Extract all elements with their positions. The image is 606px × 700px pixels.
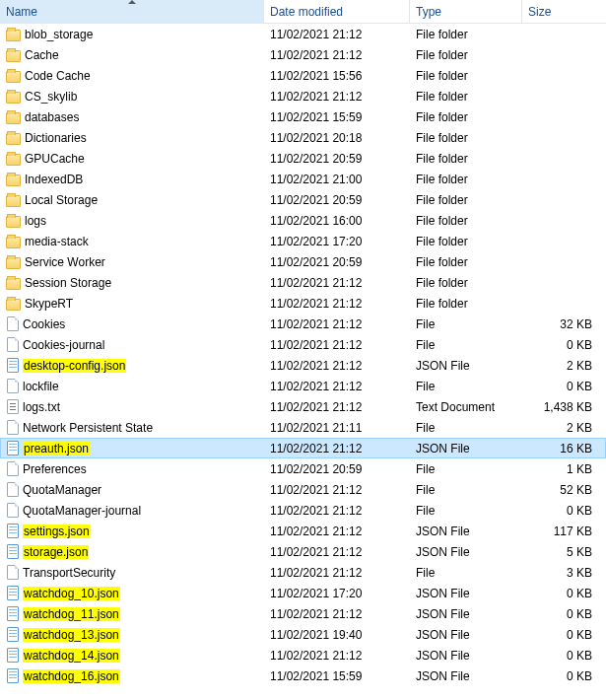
file-row[interactable]: watchdog_10.json11/02/2021 17:20JSON Fil… xyxy=(0,583,606,603)
file-row[interactable]: QuotaManager-journal11/02/2021 21:12File… xyxy=(0,500,606,521)
file-name: settings.json xyxy=(23,525,91,538)
cell-type: File xyxy=(410,317,522,331)
column-header-label: Name xyxy=(6,5,37,19)
file-row[interactable]: preauth.json11/02/2021 21:12JSON File16 … xyxy=(0,438,606,458)
file-row[interactable]: databases11/02/2021 15:59File folder xyxy=(0,106,606,127)
cell-name: logs xyxy=(0,213,264,228)
file-name: Cache xyxy=(25,48,59,62)
cell-type: File folder xyxy=(410,214,522,228)
cell-size: 117 KB xyxy=(522,525,606,538)
file-name: media-stack xyxy=(25,235,89,248)
file-row[interactable]: media-stack11/02/2021 17:20File folder xyxy=(0,231,606,251)
file-row[interactable]: Service Worker11/02/2021 20:59File folde… xyxy=(0,251,606,272)
json-file-icon xyxy=(7,544,19,559)
file-name: SkypeRT xyxy=(25,297,73,311)
cell-date: 11/02/2021 19:40 xyxy=(264,628,410,642)
file-row[interactable]: IndexedDB11/02/2021 21:00File folder xyxy=(0,169,606,189)
json-file-icon xyxy=(7,524,19,538)
file-row[interactable]: Code Cache11/02/2021 15:56File folder xyxy=(0,65,606,86)
file-icon xyxy=(7,316,19,331)
cell-date: 11/02/2021 15:59 xyxy=(264,110,410,124)
file-name: blob_storage xyxy=(25,28,93,41)
cell-name: Dictionaries xyxy=(0,130,264,145)
cell-date: 11/02/2021 21:12 xyxy=(264,525,410,538)
file-row[interactable]: lockfile11/02/2021 21:12File0 KB xyxy=(0,376,606,396)
cell-date: 11/02/2021 16:00 xyxy=(264,214,410,228)
column-header-size[interactable]: Size xyxy=(522,0,606,23)
cell-name: IndexedDB xyxy=(0,172,264,186)
file-row[interactable]: CS_skylib11/02/2021 21:12File folder xyxy=(0,86,606,106)
file-row[interactable]: logs.txt11/02/2021 21:12Text Document1,4… xyxy=(0,396,606,417)
file-name: Cookies-journal xyxy=(23,338,104,352)
file-row[interactable]: QuotaManager11/02/2021 21:12File52 KB xyxy=(0,479,606,500)
file-row[interactable]: Network Persistent State11/02/2021 21:11… xyxy=(0,417,606,438)
file-row[interactable]: storage.json11/02/2021 21:12JSON File5 K… xyxy=(0,541,606,562)
column-header-name[interactable]: Name xyxy=(0,0,264,23)
column-header-date[interactable]: Date modified xyxy=(264,0,410,23)
file-icon xyxy=(7,503,19,518)
folder-icon xyxy=(6,216,21,228)
file-row[interactable]: GPUCache11/02/2021 20:59File folder xyxy=(0,148,606,169)
cell-date: 11/02/2021 21:12 xyxy=(264,607,410,621)
column-header-type[interactable]: Type xyxy=(410,0,522,23)
cell-type: JSON File xyxy=(410,359,522,373)
cell-type: File folder xyxy=(410,255,522,269)
file-name: Preferences xyxy=(23,462,87,476)
cell-name: Service Worker xyxy=(0,254,264,269)
json-file-icon xyxy=(7,627,19,642)
file-name: Service Worker xyxy=(25,255,105,269)
cell-name: blob_storage xyxy=(0,27,264,41)
cell-name: lockfile xyxy=(0,379,264,393)
cell-size: 0 KB xyxy=(522,338,606,352)
folder-icon xyxy=(6,50,21,62)
cell-date: 11/02/2021 21:12 xyxy=(264,48,410,62)
cell-type: JSON File xyxy=(410,442,522,455)
cell-type: File folder xyxy=(410,297,522,311)
file-name: logs.txt xyxy=(23,400,60,414)
file-row[interactable]: desktop-config.json11/02/2021 21:12JSON … xyxy=(0,355,606,376)
file-name: GPUCache xyxy=(25,152,85,166)
file-row[interactable]: Session Storage11/02/2021 21:12File fold… xyxy=(0,272,606,293)
file-row[interactable]: SkypeRT11/02/2021 21:12File folder xyxy=(0,293,606,314)
file-row[interactable]: logs11/02/2021 16:00File folder xyxy=(0,210,606,231)
file-row[interactable]: Cache11/02/2021 21:12File folder xyxy=(0,44,606,65)
file-row[interactable]: watchdog_14.json11/02/2021 21:12JSON Fil… xyxy=(0,645,606,665)
cell-type: File folder xyxy=(410,131,522,145)
file-row[interactable]: Dictionaries11/02/2021 20:18File folder xyxy=(0,127,606,148)
file-row[interactable]: blob_storage11/02/2021 21:12File folder xyxy=(0,24,606,44)
file-row[interactable]: watchdog_13.json11/02/2021 19:40JSON Fil… xyxy=(0,624,606,645)
cell-date: 11/02/2021 20:59 xyxy=(264,152,410,166)
file-name: watchdog_13.json xyxy=(23,628,120,642)
folder-icon xyxy=(6,133,21,145)
cell-type: Text Document xyxy=(410,400,522,414)
folder-icon xyxy=(6,195,21,207)
file-row[interactable]: Preferences11/02/2021 20:59File1 KB xyxy=(0,458,606,479)
cell-size: 3 KB xyxy=(522,566,606,580)
file-row[interactable]: settings.json11/02/2021 21:12JSON File11… xyxy=(0,521,606,541)
file-name: QuotaManager-journal xyxy=(23,504,141,518)
cell-size: 1 KB xyxy=(522,462,606,476)
cell-name: watchdog_16.json xyxy=(0,668,264,683)
file-row[interactable]: Local Storage11/02/2021 20:59File folder xyxy=(0,189,606,210)
sort-asc-icon xyxy=(128,0,136,4)
cell-type: JSON File xyxy=(410,545,522,559)
cell-name: Session Storage xyxy=(0,275,264,290)
cell-name: watchdog_13.json xyxy=(0,627,264,642)
cell-name: logs.txt xyxy=(0,399,264,414)
cell-date: 11/02/2021 21:12 xyxy=(264,276,410,290)
json-file-icon xyxy=(7,648,19,663)
file-row[interactable]: Cookies11/02/2021 21:12File32 KB xyxy=(0,314,606,334)
cell-date: 11/02/2021 21:12 xyxy=(264,566,410,580)
cell-date: 11/02/2021 17:20 xyxy=(264,235,410,248)
column-header-label: Date modified xyxy=(270,5,343,19)
folder-icon xyxy=(6,112,21,124)
cell-date: 11/02/2021 21:12 xyxy=(264,28,410,41)
cell-type: File folder xyxy=(410,110,522,124)
file-row[interactable]: Cookies-journal11/02/2021 21:12File0 KB xyxy=(0,334,606,355)
column-header-label: Size xyxy=(528,5,551,19)
file-row[interactable]: TransportSecurity11/02/2021 21:12File3 K… xyxy=(0,562,606,583)
file-row[interactable]: watchdog_11.json11/02/2021 21:12JSON Fil… xyxy=(0,603,606,624)
cell-date: 11/02/2021 21:12 xyxy=(264,483,410,497)
file-row[interactable]: watchdog_16.json11/02/2021 15:59JSON Fil… xyxy=(0,665,606,686)
folder-icon xyxy=(6,257,21,269)
